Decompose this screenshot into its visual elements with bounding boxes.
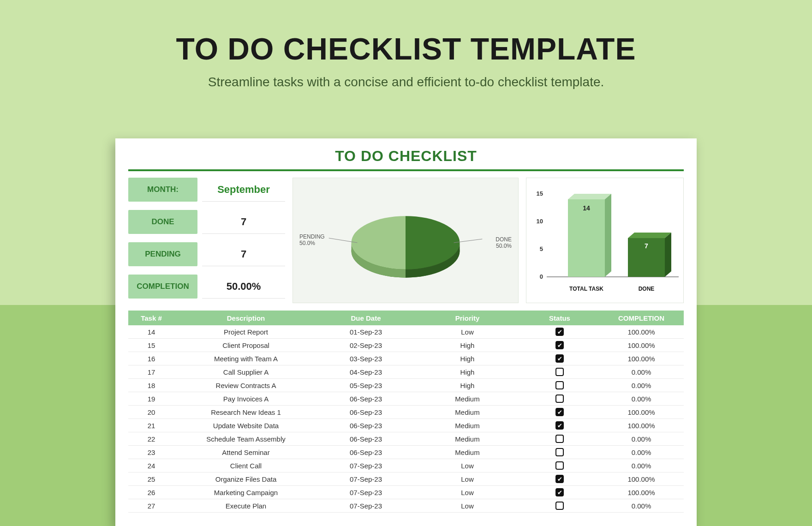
svg-marker-14 (665, 233, 671, 277)
checkbox-icon[interactable] (555, 448, 564, 456)
month-label: MONTH: (128, 178, 197, 202)
cell-date: 07-Sep-23 (317, 462, 414, 470)
checkbox-icon[interactable] (555, 408, 564, 416)
cell-desc: Execute Plan (174, 502, 317, 510)
cell-date: 02-Sep-23 (317, 341, 414, 349)
svg-marker-10 (605, 194, 611, 277)
cell-date: 07-Sep-23 (317, 475, 414, 483)
cell-desc: Schedule Team Assembly (174, 435, 317, 443)
checkbox-icon[interactable] (555, 421, 564, 430)
checkbox-icon[interactable] (555, 435, 564, 443)
cell-date: 06-Sep-23 (317, 408, 414, 416)
col-task: Task # (128, 314, 174, 322)
checkbox-icon[interactable] (555, 341, 564, 349)
task-table: Task # Description Due Date Priority Sta… (128, 311, 684, 513)
table-row: 20Research New Ideas 106-Sep-23Medium100… (128, 406, 684, 419)
cell-task: 23 (128, 448, 174, 456)
cell-priority: Low (414, 475, 520, 483)
table-row: 14Project Report01-Sep-23Low100.00% (128, 325, 684, 339)
bar-chart-panel: 15 10 5 0 14 7 (526, 178, 684, 303)
checkbox-icon[interactable] (555, 328, 564, 336)
cell-task: 18 (128, 382, 174, 389)
cell-completion: 0.00% (599, 395, 684, 403)
pie-chart (293, 178, 518, 303)
table-row: 26Marketing Campaign07-Sep-23Low100.00% (128, 486, 684, 499)
table-row: 24Client Call07-Sep-23Low0.00% (128, 459, 684, 472)
svg-text:15: 15 (537, 190, 543, 197)
cell-completion: 100.00% (599, 475, 684, 483)
checkbox-icon[interactable] (555, 354, 564, 363)
cell-desc: Project Report (174, 328, 317, 336)
cell-completion: 0.00% (599, 448, 684, 456)
cell-desc: Attend Seminar (174, 448, 317, 456)
cell-priority: High (414, 355, 520, 363)
checkbox-icon[interactable] (555, 368, 564, 376)
svg-text:5: 5 (540, 245, 543, 252)
checkbox-icon[interactable] (555, 381, 564, 389)
cell-date: 04-Sep-23 (317, 368, 414, 376)
cell-status (520, 354, 599, 363)
checkbox-icon[interactable] (555, 394, 564, 403)
summary-block: MONTH: September DONE 7 PENDING 7 COMPLE… (128, 178, 285, 303)
col-completion: COMPLETION (599, 314, 684, 322)
cell-completion: 100.00% (599, 489, 684, 496)
divider (128, 169, 684, 171)
cell-task: 19 (128, 395, 174, 403)
cell-date: 06-Sep-23 (317, 448, 414, 456)
svg-marker-9 (568, 194, 611, 199)
cell-priority: Medium (414, 395, 520, 403)
cell-priority: Medium (414, 448, 520, 456)
checkbox-icon[interactable] (555, 488, 564, 496)
cell-desc: Update Website Data (174, 422, 317, 430)
cell-date: 06-Sep-23 (317, 395, 414, 403)
cell-completion: 100.00% (599, 408, 684, 416)
cell-status (520, 461, 599, 470)
cell-date: 03-Sep-23 (317, 355, 414, 363)
cell-status (520, 502, 599, 510)
pie-pending-label: PENDING 50.0% (299, 233, 325, 247)
table-row: 23Attend Seminar06-Sep-23Medium0.00% (128, 446, 684, 459)
cell-task: 14 (128, 328, 174, 336)
cell-desc: Organize Files Data (174, 475, 317, 483)
cell-priority: Medium (414, 422, 520, 430)
svg-marker-13 (628, 233, 671, 238)
cell-status (520, 394, 599, 403)
cell-priority: Medium (414, 408, 520, 416)
cell-task: 24 (128, 462, 174, 470)
cell-status (520, 408, 599, 416)
checkbox-icon[interactable] (555, 502, 564, 510)
table-row: 21Update Website Data06-Sep-23Medium100.… (128, 419, 684, 432)
cell-task: 25 (128, 475, 174, 483)
svg-text:0: 0 (540, 273, 543, 280)
pie-chart-panel: PENDING 50.0% DONE 50.0% (293, 178, 519, 303)
cell-task: 26 (128, 489, 174, 496)
cell-task: 16 (128, 355, 174, 363)
col-desc: Description (174, 314, 317, 322)
cell-desc: Review Contracts A (174, 382, 317, 389)
table-row: 18Review Contracts A05-Sep-23High0.00% (128, 379, 684, 392)
col-status: Status (520, 314, 599, 322)
cell-completion: 100.00% (599, 422, 684, 430)
cell-task: 27 (128, 502, 174, 510)
svg-text:7: 7 (645, 242, 648, 250)
table-row: 16Meeting with Team A03-Sep-23High100.00… (128, 352, 684, 365)
cell-priority: Low (414, 328, 520, 336)
cell-status (520, 475, 599, 483)
cell-completion: 100.00% (599, 341, 684, 349)
checkbox-icon[interactable] (555, 475, 564, 483)
checkbox-icon[interactable] (555, 461, 564, 470)
cell-date: 01-Sep-23 (317, 328, 414, 336)
cell-status (520, 381, 599, 389)
done-label: DONE (128, 210, 197, 234)
cell-priority: Low (414, 489, 520, 496)
cell-completion: 0.00% (599, 368, 684, 376)
table-row: 27Execute Plan07-Sep-23Low0.00% (128, 499, 684, 513)
table-row: 15Client Proposal02-Sep-23High100.00% (128, 339, 684, 352)
table-row: 19Pay Invoices A06-Sep-23Medium0.00% (128, 392, 684, 406)
completion-label: COMPLETION (128, 275, 197, 299)
cell-task: 15 (128, 341, 174, 349)
cell-status (520, 435, 599, 443)
cell-status (520, 341, 599, 349)
cell-completion: 100.00% (599, 355, 684, 363)
cell-desc: Marketing Campaign (174, 489, 317, 496)
